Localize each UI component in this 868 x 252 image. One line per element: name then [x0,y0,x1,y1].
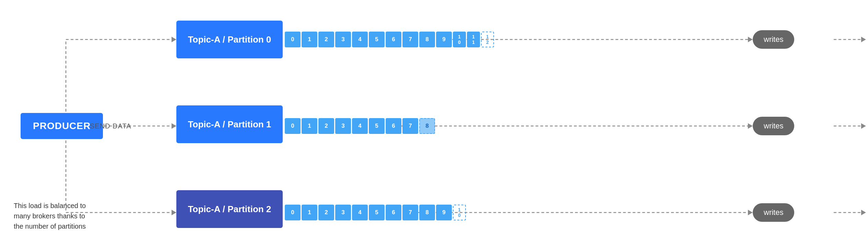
cell-p0-0: 0 [285,32,301,47]
svg-marker-11 [861,37,866,42]
cell-p2-4: 4 [352,205,368,220]
diagram-container: PRODUCER SEND DATA This load is balanced… [0,0,868,252]
partition-2-cells: 0 1 2 3 4 5 6 7 8 9 10 [285,205,467,220]
writes-label-1: writes [764,122,783,130]
cell-p1-1: 1 [302,118,317,134]
bottom-note-line3: the number of partitions [14,221,86,231]
cell-p0-11: 11 [467,32,480,47]
writes-pill-2: writes [753,203,794,222]
writes-label-0: writes [764,35,783,44]
partition-2-box: Topic-A / Partition 2 [176,190,283,228]
cell-p2-8: 8 [419,205,435,220]
cell-p2-1: 1 [302,205,317,220]
cell-p2-2: 2 [318,205,334,220]
bottom-note-line2: many brokers thanks to [14,211,86,221]
cell-p1-0: 0 [285,118,301,134]
partition-0-label: Topic-A / Partition 0 [188,34,271,45]
cell-p0-6: 6 [386,32,401,47]
cell-p2-9: 9 [436,205,452,220]
svg-marker-19 [861,210,866,215]
partition-1-label: Topic-A / Partition 1 [188,119,271,130]
cell-p1-7: 7 [402,118,418,134]
svg-marker-9 [748,37,753,42]
cell-p0-7: 7 [402,32,418,47]
svg-marker-13 [748,123,753,129]
partition-1-box: Topic-A / Partition 1 [176,105,283,143]
svg-marker-17 [748,210,753,215]
bottom-note-line1: This load is balanced to [14,201,86,211]
cell-p2-5: 5 [369,205,385,220]
cell-p0-10: 10 [453,32,466,47]
cell-p1-2: 2 [318,118,334,134]
cell-p2-10: 10 [453,205,466,220]
cell-p2-3: 3 [335,205,351,220]
svg-marker-6 [172,123,176,129]
svg-marker-15 [861,123,866,129]
svg-marker-5 [172,37,176,42]
bottom-note: This load is balanced to many brokers th… [14,201,86,231]
cell-p1-4: 4 [352,118,368,134]
cell-p1-3: 3 [335,118,351,134]
partition-1-cells: 0 1 2 3 4 5 6 7 8 [285,118,436,134]
partition-0-cells: 0 1 2 3 4 5 6 7 8 9 10 11 12 [285,32,495,47]
writes-pill-1: writes [753,117,794,135]
cell-p1-6: 6 [386,118,401,134]
cell-p2-6: 6 [386,205,401,220]
cell-p0-9: 9 [436,32,452,47]
producer-label: PRODUCER [33,121,91,131]
cell-p1-8: 8 [419,118,435,134]
cell-p2-7: 7 [402,205,418,220]
cell-p0-12: 12 [481,32,494,47]
cell-p0-2: 2 [318,32,334,47]
cell-p2-0: 0 [285,205,301,220]
partition-0-box: Topic-A / Partition 0 [176,21,283,58]
send-data-label: SEND DATA [90,122,131,130]
partition-2-label: Topic-A / Partition 2 [188,204,271,215]
svg-marker-7 [172,210,176,215]
cell-p0-8: 8 [419,32,435,47]
cell-p0-3: 3 [335,32,351,47]
cell-p0-5: 5 [369,32,385,47]
writes-label-2: writes [764,208,783,217]
cell-p0-4: 4 [352,32,368,47]
cell-p1-5: 5 [369,118,385,134]
writes-pill-0: writes [753,30,794,49]
cell-p0-1: 1 [302,32,317,47]
